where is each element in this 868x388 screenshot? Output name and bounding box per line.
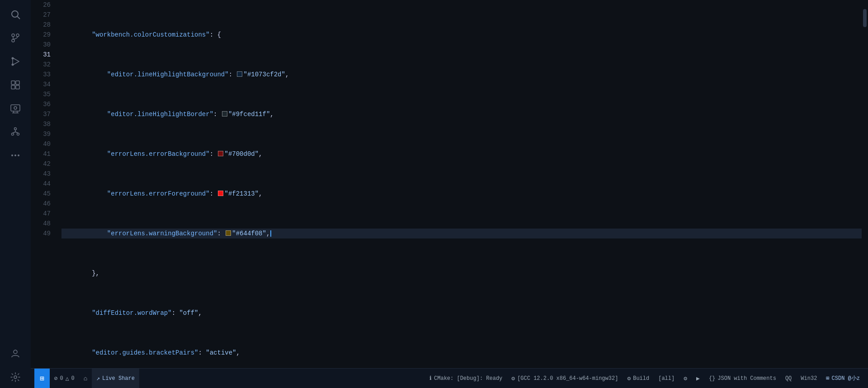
code-line-28: "editor.lineHighlightBorder": "#9fced11f…: [61, 109, 862, 119]
win32-label: Win32: [801, 375, 817, 382]
remote-button[interactable]: ⊞: [34, 369, 50, 388]
cursor: [270, 230, 271, 237]
gcc-label: [GCC 12.2.0 x86_64-w64-mingw32]: [517, 375, 618, 382]
line-num-39: 39: [34, 129, 51, 139]
svg-point-20: [17, 133, 19, 136]
code-line-33: "diffEditor.wordWrap": "off",: [61, 308, 862, 318]
svg-point-18: [14, 128, 17, 130]
remote-explorer-icon[interactable]: [5, 98, 26, 119]
svg-point-0: [12, 11, 18, 17]
scrollbar-thumb[interactable]: [863, 9, 867, 27]
svg-point-8: [12, 57, 14, 60]
live-share-button[interactable]: ↗ Live Share: [92, 369, 139, 388]
line-num-42: 42: [34, 159, 51, 169]
line-num-37: 37: [34, 109, 51, 119]
cmake-icon: ℹ: [429, 375, 432, 382]
color-swatch-9fced11f: [222, 111, 227, 117]
live-share-icon: ↗: [96, 375, 100, 382]
code-line-31: "errorLens.warningBackground": "#644f08"…: [61, 229, 862, 238]
remote-csdn-icon: ⊞: [826, 375, 829, 382]
qq-status[interactable]: QQ: [781, 369, 796, 388]
cmake-tools-icon: ⚙: [684, 375, 687, 382]
color-swatch-644f08: [226, 230, 231, 236]
line-num-45: 45: [34, 189, 51, 199]
account-icon[interactable]: [5, 343, 26, 365]
svg-rect-11: [11, 85, 15, 89]
scrollbar-track[interactable]: [862, 0, 868, 368]
language-mode[interactable]: {} JSON with Comments: [704, 369, 781, 388]
line-num-43: 43: [34, 169, 51, 179]
cmake-status[interactable]: ℹ CMake: [Debug]: Ready: [425, 369, 507, 388]
search-icon[interactable]: [5, 4, 26, 25]
qq-label: QQ: [785, 375, 792, 382]
line-num-31: 31: [34, 50, 51, 60]
svg-rect-10: [16, 81, 19, 84]
more-icon[interactable]: [5, 145, 26, 166]
code-line-29: "errorLens.errorBackground": "#700d0d",: [61, 149, 862, 159]
svg-point-19: [12, 133, 14, 136]
home-status[interactable]: ⌂: [79, 369, 92, 388]
language-icon: {}: [709, 375, 715, 382]
all-status[interactable]: [all]: [654, 369, 679, 388]
editor-area: 26 27 28 29 30 31 32 33 34 35 36 37 38 3…: [31, 0, 868, 368]
build-icon: ⚙: [627, 375, 631, 382]
gcc-icon: ⚙: [511, 375, 515, 382]
svg-point-7: [12, 64, 14, 66]
remote-csdn-status[interactable]: ⊞ CSDN @小z: [821, 369, 864, 388]
error-warning-status[interactable]: ⊘ 0 △ 0: [50, 369, 79, 388]
line-num-40: 40: [34, 139, 51, 149]
warning-count: 0: [71, 375, 75, 382]
color-swatch-1073cf2d: [237, 71, 242, 77]
line-num-27: 27: [34, 10, 51, 20]
svg-point-3: [16, 34, 19, 37]
color-swatch-700d0d: [218, 151, 223, 156]
build-label: Build: [633, 375, 649, 382]
line-num-29: 29: [34, 30, 51, 40]
code-line-26: "workbench.colorCustomizations": {: [61, 30, 862, 40]
svg-rect-12: [16, 85, 19, 89]
code-editor[interactable]: 26 27 28 29 30 31 32 33 34 35 36 37 38 3…: [31, 0, 868, 368]
line-num-48: 48: [34, 219, 51, 229]
line-num-34: 34: [34, 79, 51, 89]
error-count: 0: [60, 375, 63, 382]
svg-point-24: [11, 154, 13, 156]
line-numbers: 26 27 28 29 30 31 32 33 34 35 36 37 38 3…: [31, 0, 58, 368]
line-num-49: 49: [34, 229, 51, 238]
build-status[interactable]: ⚙ Build: [623, 369, 654, 388]
line-num-36: 36: [34, 99, 51, 109]
extensions-icon[interactable]: [5, 74, 26, 96]
remote-csdn-label: CSDN @小z: [832, 374, 860, 382]
cmake-label: CMake: [Debug]: Ready: [434, 375, 502, 382]
line-num-33: 33: [34, 70, 51, 79]
svg-rect-9: [11, 81, 15, 84]
code-line-34: "editor.guides.bracketPairs": "active",: [61, 348, 862, 358]
svg-line-22: [13, 132, 15, 133]
svg-line-1: [18, 17, 20, 19]
gcc-status[interactable]: ⚙ [GCC 12.2.0 x86_64-w64-mingw32]: [507, 369, 623, 388]
svg-point-4: [12, 39, 14, 42]
all-label: [all]: [658, 375, 675, 382]
color-swatch-f21313: [218, 191, 223, 196]
run-icon: ▶: [696, 375, 700, 382]
line-num-35: 35: [34, 89, 51, 99]
source-control-icon[interactable]: [5, 27, 26, 49]
run-debug-icon[interactable]: [5, 51, 26, 72]
svg-point-17: [14, 107, 17, 109]
run-status[interactable]: ▶: [692, 369, 704, 388]
code-line-27: "editor.lineHighlightBackground": "#1073…: [61, 70, 862, 79]
line-num-41: 41: [34, 149, 51, 159]
line-num-46: 46: [34, 199, 51, 209]
win32-status[interactable]: Win32: [796, 369, 821, 388]
tree-view-icon[interactable]: [5, 121, 26, 143]
svg-line-23: [15, 132, 18, 133]
cmake-tools-icons[interactable]: ⚙: [679, 369, 692, 388]
code-line-30: "errorLens.errorForeground": "#f21313",: [61, 189, 862, 199]
error-icon: ⊘: [54, 375, 58, 382]
settings-icon[interactable]: [5, 366, 26, 388]
svg-point-25: [14, 154, 16, 156]
status-bar: ⊞ ⊘ 0 △ 0 ⌂ ↗ Live Share ℹ CMake: [Debug…: [31, 368, 868, 388]
line-num-30: 30: [34, 40, 51, 50]
activity-bar: [0, 0, 31, 388]
code-line-32: },: [61, 268, 862, 278]
svg-point-27: [14, 350, 17, 354]
